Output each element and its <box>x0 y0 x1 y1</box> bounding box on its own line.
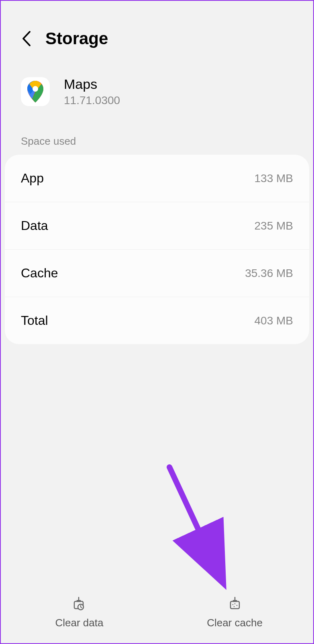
svg-line-2 <box>169 467 222 580</box>
clear-data-button[interactable]: Clear data <box>2 596 157 629</box>
storage-card: App 133 MB Data 235 MB Cache 35.36 MB To… <box>5 155 309 344</box>
clear-cache-label: Clear cache <box>207 617 263 629</box>
clear-cache-button[interactable]: Clear cache <box>157 596 312 629</box>
app-info-section: Maps 11.71.0300 <box>1 64 313 135</box>
app-info: Maps 11.71.0300 <box>64 76 120 107</box>
storage-row-app: App 133 MB <box>5 155 309 202</box>
chevron-left-icon <box>21 30 31 47</box>
back-button[interactable] <box>21 30 31 47</box>
svg-point-0 <box>33 86 38 92</box>
app-version: 11.71.0300 <box>64 94 120 107</box>
storage-value: 235 MB <box>255 219 294 232</box>
storage-row-total: Total 403 MB <box>5 297 309 344</box>
clear-data-label: Clear data <box>55 617 104 629</box>
page-title: Storage <box>45 29 108 48</box>
storage-value: 403 MB <box>255 314 294 327</box>
storage-label: App <box>21 171 44 186</box>
annotation-arrow <box>165 463 246 592</box>
bottom-bar: Clear data Clear cache <box>2 584 312 643</box>
storage-label: Data <box>21 218 48 233</box>
storage-value: 35.36 MB <box>245 267 293 280</box>
storage-label: Cache <box>21 266 58 281</box>
storage-value: 133 MB <box>255 172 294 185</box>
svg-rect-5 <box>230 601 239 609</box>
broom-data-icon <box>71 596 88 612</box>
header: Storage <box>1 1 313 64</box>
storage-row-data: Data 235 MB <box>5 202 309 250</box>
storage-row-cache: Cache 35.36 MB <box>5 250 309 297</box>
broom-cache-icon <box>227 596 243 612</box>
maps-pin-icon <box>27 80 44 103</box>
app-icon <box>21 77 50 106</box>
app-name: Maps <box>64 76 120 92</box>
storage-label: Total <box>21 313 48 328</box>
section-label: Space used <box>1 135 313 155</box>
